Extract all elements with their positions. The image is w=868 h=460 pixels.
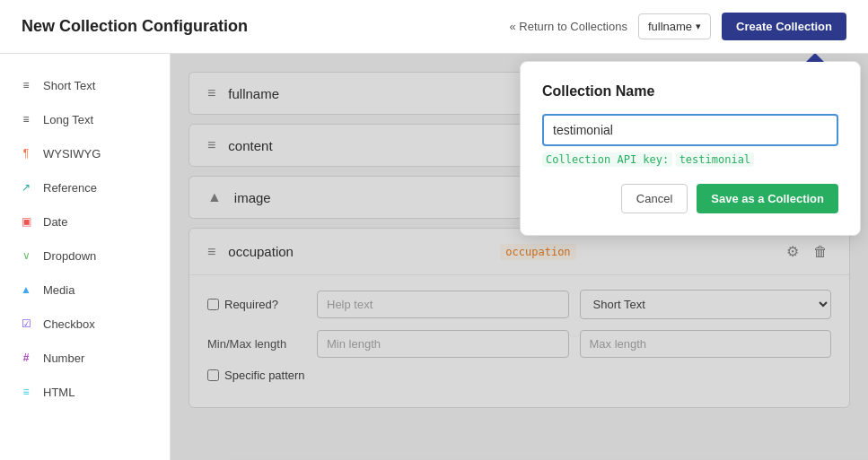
sidebar-item-label: Dropdown — [43, 249, 96, 263]
page-title: New Collection Configuration — [22, 17, 248, 36]
reference-icon: ↗ — [18, 179, 34, 195]
sidebar-item-dropdown[interactable]: ∨ Dropdown — [0, 239, 170, 273]
modal-overlay: Collection Name Collection API key: test… — [171, 54, 868, 460]
modal-actions: Cancel Save as a Collection — [542, 184, 838, 213]
user-dropdown[interactable]: fullname ▾ — [638, 13, 711, 39]
media-icon: ▲ — [18, 282, 34, 298]
sidebar: ≡ Short Text ≡ Long Text ¶ WYSIWYG ↗ Ref… — [0, 54, 171, 460]
sidebar-item-label: Number — [43, 352, 84, 365]
sidebar-item-checkbox[interactable]: ☑ Checkbox — [0, 307, 170, 341]
main-layout: ≡ Short Text ≡ Long Text ¶ WYSIWYG ↗ Ref… — [0, 54, 868, 460]
sidebar-item-number[interactable]: # Number — [0, 341, 170, 375]
collection-name-input[interactable] — [542, 114, 838, 146]
wysiwyg-icon: ¶ — [18, 145, 34, 161]
header-right: « Return to Collections fullname ▾ Creat… — [509, 13, 846, 40]
api-key-info: Collection API key: testimonial — [542, 153, 838, 166]
sidebar-item-media[interactable]: ▲ Media — [0, 273, 170, 307]
api-key-value: testimonial — [676, 152, 754, 167]
api-key-label: Collection API key: — [542, 152, 672, 167]
collection-name-modal: Collection Name Collection API key: test… — [520, 61, 861, 236]
sidebar-item-label: HTML — [43, 386, 75, 399]
html-icon: ≡ — [18, 384, 34, 400]
sidebar-item-reference[interactable]: ↗ Reference — [0, 170, 170, 204]
long-text-icon: ≡ — [18, 111, 34, 127]
save-collection-button[interactable]: Save as a Collection — [697, 184, 838, 213]
content-area: ≡ fullname fullname ≡ content content ▲ … — [171, 54, 868, 460]
dropdown-icon: ∨ — [18, 247, 34, 264]
sidebar-item-wysiwyg[interactable]: ¶ WYSIWYG — [0, 136, 170, 170]
sidebar-item-html[interactable]: ≡ HTML — [0, 375, 170, 409]
cancel-button[interactable]: Cancel — [621, 184, 688, 213]
sidebar-item-label: Short Text — [43, 79, 95, 92]
sidebar-item-label: Checkbox — [43, 317, 95, 331]
app-header: New Collection Configuration « Return to… — [0, 0, 868, 54]
sidebar-item-label: Long Text — [43, 113, 93, 126]
number-icon: # — [18, 350, 34, 366]
sidebar-item-short-text[interactable]: ≡ Short Text — [0, 68, 170, 102]
sidebar-item-long-text[interactable]: ≡ Long Text — [0, 102, 170, 136]
checkbox-icon: ☑ — [18, 316, 34, 332]
sidebar-item-label: Media — [43, 283, 75, 297]
short-text-icon: ≡ — [18, 77, 34, 93]
chevron-down-icon: ▾ — [696, 21, 701, 32]
sidebar-item-label: Reference — [43, 181, 97, 195]
sidebar-item-label: WYSIWYG — [43, 147, 101, 161]
date-icon: ▣ — [18, 213, 34, 230]
return-link[interactable]: « Return to Collections — [509, 20, 627, 33]
modal-title: Collection Name — [542, 83, 838, 100]
sidebar-item-date[interactable]: ▣ Date — [0, 204, 170, 239]
create-collection-button[interactable]: Create Collection — [722, 13, 846, 40]
sidebar-item-label: Date — [43, 215, 67, 229]
user-dropdown-label: fullname — [648, 20, 692, 33]
